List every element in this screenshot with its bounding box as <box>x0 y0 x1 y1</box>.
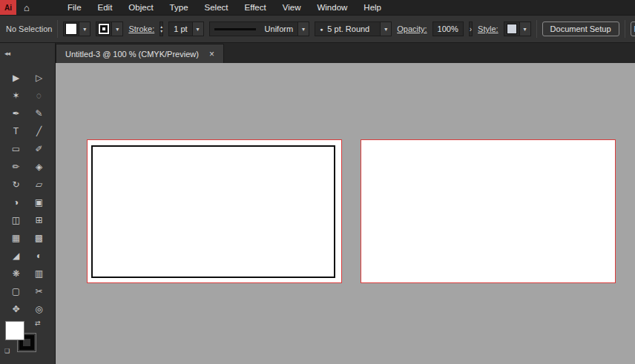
type-tool[interactable]: T <box>4 122 27 140</box>
eyedropper-tool[interactable]: ◢ <box>4 247 27 265</box>
menu-type[interactable]: Type <box>162 0 197 15</box>
style-swatch[interactable] <box>507 24 517 34</box>
chevron-down-icon[interactable]: ▾ <box>519 22 530 36</box>
menu-edit[interactable]: Edit <box>90 0 121 15</box>
document-tab[interactable]: Untitled-3 @ 100 % (CMYK/Preview) × <box>56 44 224 63</box>
zoom-tool[interactable]: ◎ <box>27 300 50 318</box>
shaper-tool[interactable]: ✏ <box>4 158 27 176</box>
document-tab-title: Untitled-3 @ 100 % (CMYK/Preview) <box>65 50 199 59</box>
width-tool[interactable]: ◑ <box>4 193 27 211</box>
toolbar-grid: ▶▷✶◌✒✎T╱▭✐✏◈↻▱◑▣◫⊞▦▩◢◐❋▥▢✂✥◎ <box>0 63 55 318</box>
collapse-panel-icon[interactable]: ◂◂ <box>4 50 10 57</box>
line-segment-tool[interactable]: ╱ <box>27 122 50 140</box>
artboard-2[interactable] <box>361 139 616 283</box>
blend-tool[interactable]: ◐ <box>27 247 50 265</box>
rotate-tool[interactable]: ↻ <box>4 176 27 193</box>
stroke-swatch[interactable] <box>98 23 110 35</box>
menu-help[interactable]: Help <box>355 0 389 15</box>
chevron-down-icon[interactable]: ▾ <box>111 22 122 36</box>
menubar: Ai ⌂ FileEditObjectTypeSelectEffectViewW… <box>0 0 635 15</box>
fill-color-dropdown[interactable]: ▾ <box>63 21 91 36</box>
menu-select[interactable]: Select <box>197 0 237 15</box>
stroke-panel-link[interactable]: Stroke: <box>128 24 154 33</box>
artboard-tool[interactable]: ▢ <box>4 282 27 300</box>
preferences-button[interactable]: Pr <box>631 21 635 36</box>
mesh-tool[interactable]: ▦ <box>4 229 27 247</box>
opacity-panel-link[interactable]: Opacity: <box>397 24 427 33</box>
column-graph-tool[interactable]: ▥ <box>27 265 50 282</box>
fill-color-box[interactable] <box>5 321 24 340</box>
perspective-grid-tool[interactable]: ⊞ <box>27 211 50 229</box>
chevron-down-icon[interactable]: ▾ <box>380 22 391 36</box>
rectangle-shape[interactable] <box>91 145 335 278</box>
width-profile-dropdown[interactable]: Uniform ▾ <box>209 21 310 36</box>
scale-tool[interactable]: ▱ <box>27 176 50 193</box>
default-fill-stroke-icon[interactable]: ❏ <box>4 348 10 354</box>
free-transform-tool[interactable]: ▣ <box>27 193 50 211</box>
stroke-line-preview <box>214 28 256 30</box>
menu-object[interactable]: Object <box>120 0 161 15</box>
menu-view[interactable]: View <box>274 0 309 15</box>
stepper-down-icon[interactable]: ▾ <box>160 29 162 33</box>
divider <box>57 20 58 38</box>
stroke-weight-value[interactable]: 1 pt <box>169 22 191 36</box>
divider <box>625 20 625 38</box>
paintbrush-tool[interactable]: ✐ <box>27 140 50 158</box>
divider <box>536 20 537 38</box>
document-tab-bar: ◂◂ Untitled-3 @ 100 % (CMYK/Preview) × <box>0 43 635 63</box>
tools-panel-header: ◂◂ <box>0 43 56 63</box>
magic-wand-tool[interactable]: ✶ <box>4 87 27 105</box>
brush-dot-icon: ● <box>320 27 323 32</box>
shape-builder-tool[interactable]: ◫ <box>4 211 27 229</box>
gradient-tool[interactable]: ▩ <box>27 229 50 247</box>
width-profile-value[interactable]: Uniform <box>260 22 298 36</box>
brush-dropdown[interactable]: ● 5 pt. Round ▾ <box>315 21 392 36</box>
curvature-tool[interactable]: ✎ <box>27 105 50 122</box>
slice-tool[interactable]: ✂ <box>27 282 50 300</box>
menubar-items: FileEditObjectTypeSelectEffectViewWindow… <box>59 0 389 15</box>
style-panel-link[interactable]: Style: <box>478 24 499 33</box>
menu-effect[interactable]: Effect <box>237 0 274 15</box>
selection-status: No Selection <box>6 24 52 33</box>
menu-file[interactable]: File <box>59 0 90 15</box>
lasso-tool[interactable]: ◌ <box>27 87 50 105</box>
selection-tool[interactable]: ▶ <box>4 69 27 87</box>
canvas[interactable] <box>56 63 635 364</box>
fill-swatch[interactable] <box>65 23 77 35</box>
rectangle-tool[interactable]: ▭ <box>4 140 27 158</box>
style-dropdown[interactable]: ▾ <box>504 21 531 36</box>
pen-tool[interactable]: ✒ <box>4 105 27 122</box>
chevron-down-icon[interactable]: ▾ <box>79 22 90 36</box>
symbol-sprayer-tool[interactable]: ❋ <box>4 265 27 282</box>
main-area: ▶▷✶◌✒✎T╱▭✐✏◈↻▱◑▣◫⊞▦▩◢◐❋▥▢✂✥◎ ⇄ ❏ <box>0 63 635 364</box>
opacity-expand-icon[interactable]: › <box>469 21 473 36</box>
opacity-dropdown[interactable]: 100% <box>432 21 464 36</box>
stroke-color-dropdown[interactable]: ▾ <box>96 21 123 36</box>
tools-panel: ▶▷✶◌✒✎T╱▭✐✏◈↻▱◑▣◫⊞▦▩◢◐❋▥▢✂✥◎ ⇄ ❏ <box>0 63 56 364</box>
fill-stroke-control: ⇄ ❏ <box>5 321 44 357</box>
direct-selection-tool[interactable]: ▷ <box>27 69 50 87</box>
home-icon[interactable]: ⌂ <box>16 0 37 15</box>
stroke-weight-dropdown[interactable]: 1 pt ▾ <box>168 21 203 36</box>
illustrator-logo-icon: Ai <box>0 0 16 15</box>
menu-window[interactable]: Window <box>309 0 355 15</box>
brush-value[interactable]: 5 pt. Round <box>326 22 380 36</box>
control-bar: No Selection ▾ ▾ Stroke: ▴ ▾ 1 pt ▾ Unif… <box>0 15 635 43</box>
eraser-tool[interactable]: ◈ <box>27 158 50 176</box>
opacity-value[interactable]: 100% <box>433 22 463 36</box>
close-tab-icon[interactable]: × <box>209 49 214 59</box>
stroke-weight-stepper[interactable]: ▴ ▾ <box>159 21 163 36</box>
hand-tool[interactable]: ✥ <box>4 300 27 318</box>
chevron-down-icon[interactable]: ▾ <box>297 22 309 36</box>
swap-fill-stroke-icon[interactable]: ⇄ <box>35 320 41 327</box>
document-setup-button[interactable]: Document Setup <box>542 21 619 36</box>
chevron-down-icon[interactable]: ▾ <box>192 22 203 36</box>
artboard-1[interactable] <box>87 139 342 283</box>
